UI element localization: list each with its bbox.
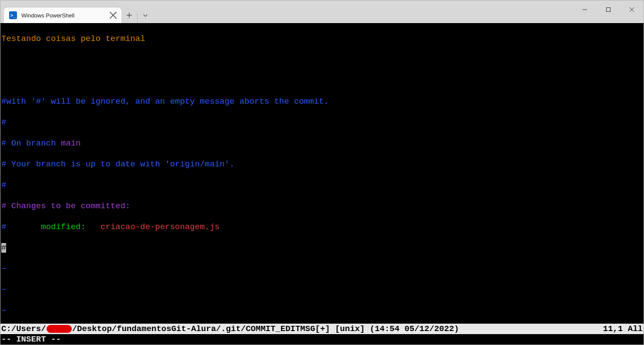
close-tab-button[interactable] (109, 11, 117, 19)
commit-message-line: Testando coisas pelo terminal (1, 34, 145, 44)
tab-dropdown-button[interactable] (138, 7, 153, 23)
tab-strip: >_ Windows PowerShell (0, 0, 153, 23)
comment-hash: # (1, 222, 6, 232)
comment-hash: # (1, 118, 6, 127)
on-branch-prefix: # On branch (1, 139, 61, 148)
titlebar: >_ Windows PowerShell (0, 0, 644, 23)
vim-mode: -- INSERT -- (1, 335, 61, 344)
changes-header: # Changes to be committed: (1, 201, 130, 211)
redacted-username (47, 325, 72, 333)
modified-label: modified: (41, 222, 86, 232)
tilde-line: ~ (1, 285, 6, 294)
comment-hash: # (1, 180, 6, 190)
branch-name: main (61, 139, 81, 148)
status-position: 11,1 All (603, 324, 643, 334)
maximize-button[interactable] (597, 0, 620, 19)
tilde-line: ~ (1, 264, 6, 274)
modified-file: criacao-de-personagem.js (101, 222, 220, 232)
comment-line: #with '#' will be ignored, and an empty … (1, 97, 329, 106)
minimize-button[interactable] (573, 0, 597, 19)
status-path-suffix: /Desktop/fundamentosGit-Alura/.git/COMMI… (72, 324, 459, 334)
vim-status-bar: C:/Users//Desktop/fundamentosGit-Alura/.… (0, 324, 644, 334)
cursor: # (1, 243, 6, 253)
new-tab-button[interactable] (121, 7, 137, 23)
vim-mode-line: -- INSERT -- (0, 334, 644, 345)
up-to-date-line: # Your branch is up to date with 'origin… (1, 159, 235, 169)
powershell-icon: >_ (9, 11, 17, 19)
terminal-viewport[interactable]: Testando coisas pelo terminal #with '#' … (0, 23, 644, 345)
editor-buffer: Testando coisas pelo terminal #with '#' … (0, 23, 644, 345)
status-path-prefix: C:/Users/ (1, 324, 46, 334)
tilde-line: ~ (1, 306, 6, 315)
svg-rect-5 (607, 8, 610, 12)
tab-powershell[interactable]: >_ Windows PowerShell (4, 7, 121, 23)
window-controls (573, 0, 644, 19)
close-window-button[interactable] (620, 0, 644, 19)
terminal-window: >_ Windows PowerShell (0, 0, 644, 345)
tab-title: Windows PowerShell (21, 12, 105, 19)
